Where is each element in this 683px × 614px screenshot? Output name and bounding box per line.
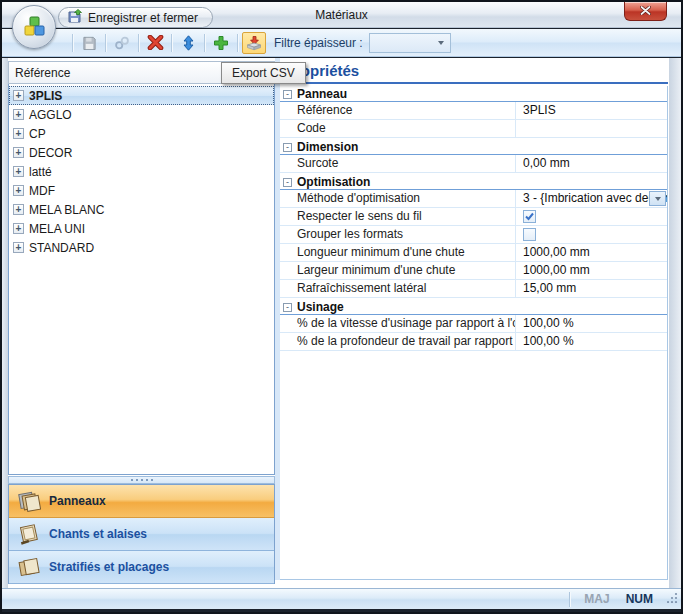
tree-item-standard[interactable]: STANDARD (9, 238, 274, 257)
tree-item-agglo[interactable]: AGGLO (9, 105, 274, 124)
collapse-icon[interactable] (283, 303, 292, 312)
window-title: Matériaux (315, 8, 368, 22)
material-tree: 3PLIS AGGLO CP DECOR latté MDF MELA BLAN… (8, 84, 275, 475)
edge-band-icon (17, 522, 41, 546)
section-usinage: Usinage (280, 300, 667, 315)
property-row-code: Code (280, 120, 667, 138)
delete-icon (147, 35, 164, 50)
tree-item-mela-blanc[interactable]: MELA BLANC (9, 200, 274, 219)
property-label: Grouper les formats (280, 226, 515, 243)
section-optimisation: Optimisation (280, 175, 667, 190)
property-value[interactable]: 0,00 mm (515, 155, 667, 172)
export-csv-tooltip: Export CSV (221, 62, 306, 84)
property-label: Rafraîchissement latéral (280, 280, 515, 297)
nav-item-panneaux[interactable]: Panneaux (9, 485, 274, 518)
export-csv-button[interactable] (242, 32, 266, 54)
collapse-icon[interactable] (283, 143, 292, 152)
caps-lock-indicator: MAJ (584, 592, 609, 606)
checkbox[interactable] (523, 210, 536, 223)
property-value[interactable]: 3PLIS (515, 102, 667, 119)
resize-grip[interactable] (667, 592, 678, 606)
expand-icon[interactable] (13, 204, 24, 215)
property-row-grouper-formats: Grouper les formats (280, 226, 667, 244)
category-nav: Panneaux Chants et alaises Stratifiés et… (8, 484, 275, 584)
duplicate-button[interactable] (110, 32, 134, 54)
collapse-icon[interactable] (283, 90, 292, 99)
expand-icon[interactable] (13, 109, 24, 120)
add-icon (213, 35, 229, 51)
tree-item-label: AGGLO (29, 108, 72, 122)
expand-icon[interactable] (13, 242, 24, 253)
tree-item-cp[interactable]: CP (9, 124, 274, 143)
property-value[interactable]: 1000,00 mm (515, 262, 667, 279)
export-csv-icon (246, 35, 262, 51)
dropdown-button[interactable] (649, 191, 666, 206)
close-icon (640, 4, 651, 18)
toolbar-separator (171, 34, 172, 52)
property-grid: Panneau Référence 3PLIS Code Dimension S… (280, 86, 668, 580)
chevron-down-icon (655, 197, 661, 201)
expand-icon[interactable] (13, 166, 24, 177)
property-row-longueur-min-chute: Longueur minimum d'une chute 1000,00 mm (280, 244, 667, 262)
toolbar-separator (204, 34, 205, 52)
property-row-largeur-min-chute: Largeur minimum d'une chute 1000,00 mm (280, 262, 667, 280)
close-button[interactable] (624, 2, 667, 21)
expand-icon[interactable] (13, 147, 24, 158)
section-title: Usinage (297, 300, 344, 314)
property-label: Respecter le sens du fil (280, 208, 515, 225)
property-value[interactable]: 1000,00 mm (515, 244, 667, 261)
collapse-icon[interactable] (283, 178, 292, 187)
save-button[interactable] (77, 32, 101, 54)
nav-item-label: Stratifiés et placages (49, 560, 169, 574)
expand-icon[interactable] (13, 128, 24, 139)
app-menu-button[interactable] (12, 5, 56, 49)
window-frame-right (669, 58, 681, 588)
materials-window: Enregistrer et fermer Matériaux (0, 0, 683, 614)
tree-item-label: MDF (29, 184, 55, 198)
check-icon (524, 211, 535, 222)
tree-item-decor[interactable]: DECOR (9, 143, 274, 162)
property-value[interactable]: 100,00 % (515, 333, 667, 350)
laminate-sheets-icon (17, 555, 41, 579)
property-value-dropdown[interactable]: 3 - {Imbrication avec deux re (515, 190, 667, 207)
nav-item-label: Chants et alaises (49, 527, 147, 541)
tree-item-label: DECOR (29, 146, 72, 160)
save-icon (82, 35, 97, 50)
expand-icon[interactable] (13, 185, 24, 196)
section-panneau: Panneau (280, 87, 667, 102)
splitter-handle[interactable] (8, 476, 275, 484)
property-row-respecter-sens-fil: Respecter le sens du fil (280, 208, 667, 226)
toolbar-separator (138, 34, 139, 52)
expand-icon[interactable] (13, 90, 24, 101)
filter-thickness-combobox[interactable] (369, 33, 451, 53)
property-value[interactable] (515, 120, 667, 137)
tree-item-label: MELA UNI (29, 222, 85, 236)
titlebar: Enregistrer et fermer Matériaux (2, 2, 681, 28)
property-label: % de la profondeur de travail par rappor… (280, 333, 515, 350)
toolbar-separator (105, 34, 106, 52)
tree-item-3plis[interactable]: 3PLIS (9, 86, 274, 105)
save-and-close-label: Enregistrer et fermer (88, 11, 198, 25)
tree-item-latte[interactable]: latté (9, 162, 274, 181)
move-up-down-icon (182, 35, 195, 51)
tree-item-label: latté (29, 165, 52, 179)
checkbox[interactable] (523, 228, 536, 241)
save-and-close-button[interactable]: Enregistrer et fermer (58, 7, 213, 28)
link-icon (114, 35, 130, 51)
property-row-methode-optimisation: Méthode d'optimisation 3 - {Imbrication … (280, 190, 667, 208)
tree-item-mela-uni[interactable]: MELA UNI (9, 219, 274, 238)
property-row-rafraichissement-lateral: Rafraîchissement latéral 15,00 mm (280, 280, 667, 298)
tree-item-mdf[interactable]: MDF (9, 181, 274, 200)
add-button[interactable] (209, 32, 233, 54)
move-button[interactable] (176, 32, 200, 54)
property-value[interactable]: 100,00 % (515, 315, 667, 332)
statusbar: MAJ NUM (2, 588, 681, 609)
nav-item-chants-et-alaises[interactable]: Chants et alaises (9, 518, 274, 551)
statusbar-separator (569, 592, 570, 607)
expand-icon[interactable] (13, 223, 24, 234)
property-row-profondeur-travail: % de la profondeur de travail par rappor… (280, 333, 667, 351)
delete-button[interactable] (143, 32, 167, 54)
property-value[interactable]: 15,00 mm (515, 280, 667, 297)
nav-item-stratifies-et-placages[interactable]: Stratifiés et placages (9, 551, 274, 584)
property-label: Code (280, 120, 515, 137)
